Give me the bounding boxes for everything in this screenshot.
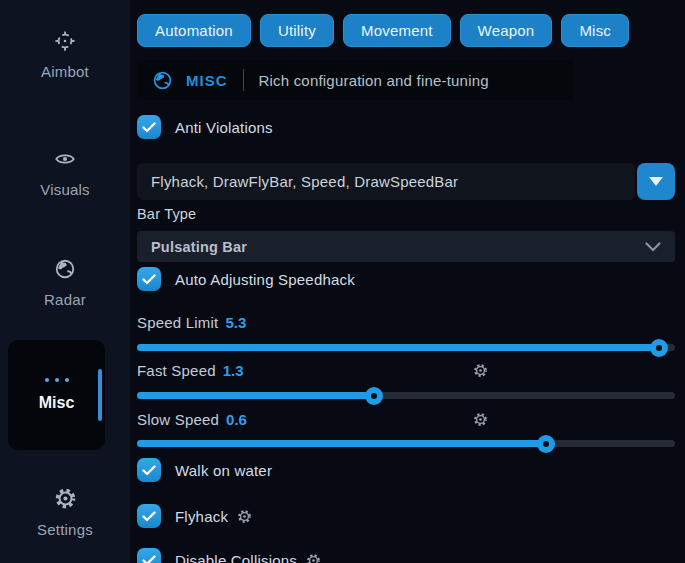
checkbox-checked-icon[interactable]: [137, 115, 161, 139]
checkbox-checked-icon[interactable]: [137, 267, 161, 291]
sidebar: Aimbot Visuals Radar Misc: [0, 0, 130, 563]
divider: [243, 69, 244, 91]
fast-speed-label: Fast Speed1.3: [137, 362, 244, 379]
section-subtitle: Rich configuration and fine-tuning: [259, 72, 489, 89]
category-tabs: Automation Utility Movement Weapon Misc: [137, 14, 629, 47]
tab-utility[interactable]: Utility: [260, 14, 334, 47]
sidebar-item-label: Visuals: [40, 181, 89, 198]
slow-speed-label: Slow Speed0.6: [137, 411, 247, 428]
bar-type-label: Bar Type: [137, 206, 196, 222]
gear-icon: [54, 487, 77, 514]
active-indicator-bar: [98, 369, 102, 421]
select-value: Pulsating Bar: [151, 239, 645, 255]
section-title: MISC: [186, 72, 228, 89]
disable-collisions-checkbox-row[interactable]: Disable Collisions: [137, 548, 321, 563]
flyhack-gear-icon[interactable]: [237, 509, 252, 524]
crosshair-icon: [54, 30, 76, 56]
chevron-down-icon: [645, 242, 661, 252]
auto-adjusting-speedhack-checkbox-row[interactable]: Auto Adjusting Speedhack: [137, 267, 355, 291]
main-panel: Automation Utility Movement Weapon Misc …: [130, 0, 685, 563]
tab-movement[interactable]: Movement: [343, 14, 451, 47]
tab-weapon[interactable]: Weapon: [460, 14, 553, 47]
checkbox-label: Flyhack: [175, 508, 252, 525]
slider-thumb[interactable]: [365, 387, 383, 405]
checkbox-checked-icon[interactable]: [137, 548, 161, 563]
tab-automation[interactable]: Automation: [137, 14, 251, 47]
slow-speed-slider[interactable]: [137, 440, 675, 447]
slider-fill: [137, 344, 659, 351]
checkbox-label: Anti Violations: [175, 119, 273, 136]
sidebar-item-visuals[interactable]: Visuals: [0, 148, 130, 198]
walk-on-water-checkbox-row[interactable]: Walk on water: [137, 458, 272, 482]
disable-collisions-gear-icon[interactable]: [306, 553, 321, 563]
slow-speed-value: 0.6: [226, 411, 247, 428]
slider-thumb[interactable]: [537, 435, 555, 453]
anti-violations-checkbox-row[interactable]: Anti Violations: [137, 115, 273, 139]
slider-fill: [137, 392, 374, 399]
checkbox-label: Disable Collisions: [175, 552, 321, 563]
checkbox-checked-icon[interactable]: [137, 458, 161, 482]
slider-fill: [137, 440, 546, 447]
sidebar-item-misc-active[interactable]: Misc: [8, 340, 105, 450]
slow-speed-gear-icon[interactable]: [473, 412, 488, 427]
eye-icon: [53, 148, 77, 174]
section-header: MISC Rich configuration and fine-tuning: [137, 60, 574, 100]
globe-icon: [54, 258, 76, 284]
sidebar-item-settings[interactable]: Settings: [0, 487, 130, 538]
sidebar-item-aimbot[interactable]: Aimbot: [0, 30, 130, 80]
app-window: { "sidebar": { "items": [ { "label": "Ai…: [0, 0, 685, 563]
sidebar-item-label: Settings: [37, 521, 93, 538]
checkbox-label: Auto Adjusting Speedhack: [175, 271, 355, 288]
ellipsis-icon: [45, 378, 69, 382]
sidebar-item-label: Aimbot: [41, 63, 89, 80]
tab-misc[interactable]: Misc: [561, 14, 629, 47]
fast-speed-gear-icon[interactable]: [473, 363, 488, 378]
speed-limit-slider[interactable]: [137, 344, 675, 351]
slider-thumb[interactable]: [650, 339, 668, 357]
bar-multiselect: Flyhack, DrawFlyBar, Speed, DrawSpeedBar: [137, 163, 675, 200]
speed-limit-label: Speed Limit5.3: [137, 314, 246, 331]
sidebar-item-label: Radar: [44, 291, 86, 308]
fast-speed-value: 1.3: [223, 362, 244, 379]
bar-type-select[interactable]: Pulsating Bar: [137, 231, 675, 262]
checkbox-checked-icon[interactable]: [137, 504, 161, 528]
sidebar-item-label: Misc: [39, 394, 75, 412]
globe-icon: [152, 70, 173, 91]
fast-speed-slider[interactable]: [137, 392, 675, 399]
sidebar-item-radar[interactable]: Radar: [0, 258, 130, 308]
multiselect-dropdown-button[interactable]: [637, 163, 675, 200]
flyhack-checkbox-row[interactable]: Flyhack: [137, 504, 252, 528]
speed-limit-value: 5.3: [225, 314, 246, 331]
checkbox-label: Walk on water: [175, 462, 272, 479]
multiselect-value[interactable]: Flyhack, DrawFlyBar, Speed, DrawSpeedBar: [137, 163, 635, 200]
triangle-down-icon: [649, 177, 663, 186]
